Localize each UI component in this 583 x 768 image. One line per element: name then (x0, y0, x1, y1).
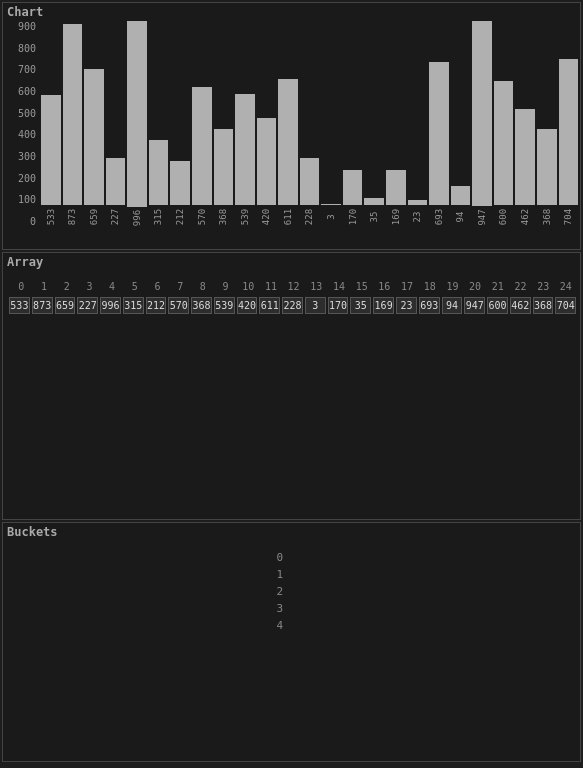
array-index: 0 (11, 281, 32, 292)
y-axis-label: 500 (7, 108, 36, 119)
bucket-row: 1 (11, 568, 576, 581)
bar-col: 704 (559, 21, 579, 227)
buckets-content: 01234 (11, 551, 576, 757)
bar-col: 947 (472, 21, 492, 227)
chart-section: Chart 9008007006005004003002001000 53387… (2, 2, 581, 250)
bar-x-label: 659 (84, 209, 104, 225)
y-axis-label: 800 (7, 43, 36, 54)
bucket-row: 3 (11, 602, 576, 615)
array-index: 11 (261, 281, 282, 292)
bar (278, 79, 298, 205)
bar-col: 94 (451, 21, 471, 227)
bucket-row: 2 (11, 585, 576, 598)
bar-col: 659 (84, 21, 104, 227)
array-section: Array 0123456789101112131415161718192021… (2, 252, 581, 520)
array-index: 23 (533, 281, 554, 292)
array-value-cell: 693 (419, 297, 440, 314)
bar-x-label: 228 (300, 209, 320, 225)
bar-x-label: 611 (278, 209, 298, 225)
array-value-cell: 420 (237, 297, 258, 314)
array-index: 19 (442, 281, 463, 292)
bar (63, 24, 83, 205)
bar-x-label: 570 (192, 209, 212, 225)
bar-x-label: 227 (105, 209, 125, 225)
array-index: 3 (79, 281, 100, 292)
array-index: 24 (556, 281, 577, 292)
array-value-cell: 611 (259, 297, 280, 314)
y-axis-label: 600 (7, 86, 36, 97)
bar-x-label: 315 (149, 209, 169, 225)
bar-x-label: 420 (256, 209, 276, 225)
bar-x-label: 23 (407, 212, 427, 223)
array-index: 4 (102, 281, 123, 292)
y-axis-label: 300 (7, 151, 36, 162)
array-value-cell: 533 (9, 297, 30, 314)
array-value-cell: 704 (555, 297, 576, 314)
array-value-cell: 3 (305, 297, 326, 314)
array-value-cell: 947 (464, 297, 485, 314)
y-axis-label: 900 (7, 21, 36, 32)
bar (106, 158, 126, 205)
bar (41, 95, 61, 205)
bar-col: 462 (515, 21, 535, 227)
bar (386, 170, 406, 205)
bucket-number: 4 (11, 619, 291, 632)
bar-col: 600 (494, 21, 514, 227)
bar-x-label: 704 (558, 209, 578, 225)
array-index: 1 (34, 281, 55, 292)
array-value-cell: 228 (282, 297, 303, 314)
bar-x-label: 873 (62, 209, 82, 225)
bar-x-label: 35 (364, 212, 384, 223)
bucket-number: 0 (11, 551, 291, 564)
array-value-cell: 996 (100, 297, 121, 314)
array-index: 6 (147, 281, 168, 292)
bar-col: 420 (257, 21, 277, 227)
bar-col: 212 (170, 21, 190, 227)
bar-col: 368 (214, 21, 234, 227)
array-index: 22 (510, 281, 531, 292)
bar-x-label: 368 (537, 209, 557, 225)
bar (494, 81, 514, 205)
bar-col: 228 (300, 21, 320, 227)
bar-x-label: 693 (429, 209, 449, 225)
bar-x-label: 170 (343, 209, 363, 225)
array-label: Array (7, 255, 43, 269)
bar (472, 21, 492, 206)
array-index: 9 (215, 281, 236, 292)
bar (235, 94, 255, 205)
y-axis-label: 0 (7, 216, 36, 227)
bar-col: 169 (386, 21, 406, 227)
bar-col: 3 (321, 21, 341, 227)
bar-x-label: 3 (321, 214, 341, 219)
array-value-cell: 23 (396, 297, 417, 314)
bar (192, 87, 212, 205)
array-value-cell: 659 (55, 297, 76, 314)
array-index: 2 (56, 281, 77, 292)
bar-col: 368 (537, 21, 557, 227)
bucket-row: 4 (11, 619, 576, 632)
array-value-cell: 315 (123, 297, 144, 314)
array-value-cell: 873 (32, 297, 53, 314)
array-index: 5 (124, 281, 145, 292)
bar-x-label: 212 (170, 209, 190, 225)
array-index: 13 (306, 281, 327, 292)
bar-x-label: 368 (213, 209, 233, 225)
bar-x-label: 533 (41, 209, 61, 225)
bar-col: 611 (278, 21, 298, 227)
bar (451, 186, 471, 205)
bar-col: 570 (192, 21, 212, 227)
array-index: 14 (329, 281, 350, 292)
array-value-cell: 94 (442, 297, 463, 314)
array-index: 16 (374, 281, 395, 292)
chart-label: Chart (7, 5, 43, 19)
bar-x-label: 539 (235, 209, 255, 225)
bar-col: 315 (149, 21, 169, 227)
bar (364, 198, 384, 205)
bar (537, 129, 557, 205)
array-index: 18 (419, 281, 440, 292)
array-index: 20 (465, 281, 486, 292)
bar-col: 996 (127, 21, 147, 227)
array-value-cell: 212 (146, 297, 167, 314)
buckets-section: Buckets 01234 (2, 522, 581, 762)
array-value-cell: 170 (328, 297, 349, 314)
